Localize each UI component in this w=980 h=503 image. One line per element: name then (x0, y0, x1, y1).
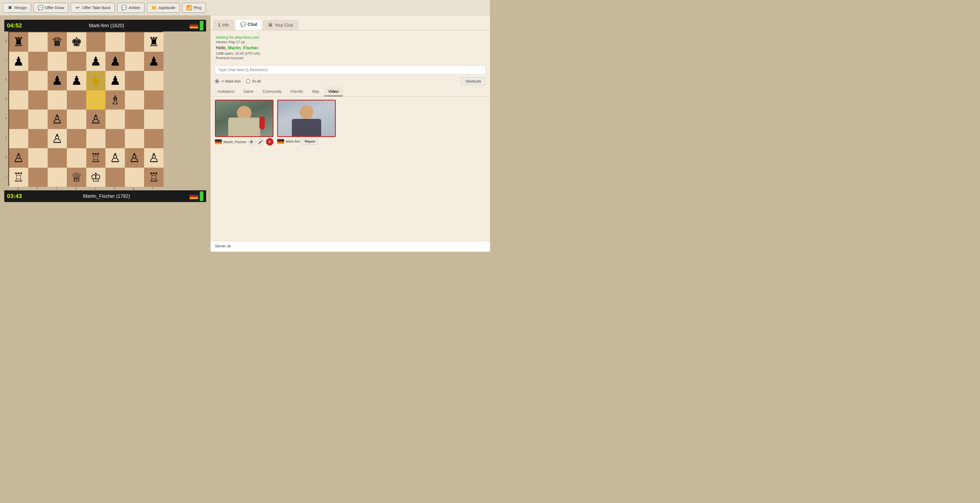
sq-b1[interactable] (28, 168, 48, 187)
sq-h6[interactable] (144, 71, 164, 90)
sq-c8[interactable]: ♛ (48, 32, 67, 52)
offer-takeback-button[interactable]: ↩ Offer Take Back (71, 3, 115, 13)
sq-d8[interactable]: ♚ (67, 32, 86, 52)
sq-b3[interactable] (28, 129, 48, 149)
sq-f6[interactable]: ♟ (105, 71, 125, 90)
sq-a3[interactable] (9, 129, 29, 149)
sq-d6[interactable]: ♟ (67, 71, 86, 90)
sq-c1[interactable] (48, 168, 67, 187)
chess-board[interactable]: ♜ ♛ ♚ ♜ ♟ ♟ ♟ ♟ (8, 32, 163, 186)
sq-b8[interactable] (28, 32, 48, 52)
video-thumb-markfinn (277, 100, 336, 137)
sq-g7[interactable] (125, 52, 144, 71)
sq-d2[interactable] (67, 148, 86, 168)
svg-rect-4 (189, 195, 198, 197)
chat-input[interactable] (215, 65, 486, 74)
camera-settings-button[interactable]: ⚙ (248, 138, 255, 145)
sq-a1[interactable]: ♖ (9, 168, 29, 187)
sq-h3[interactable] (144, 129, 164, 149)
microphone-button[interactable]: 🎤 (257, 138, 264, 145)
sq-e1[interactable]: ♔ (86, 168, 106, 187)
tab-your-club[interactable]: 🏛 Your Club (263, 20, 298, 30)
resign-button[interactable]: ✖ Resign (3, 3, 31, 13)
svg-rect-2 (189, 27, 198, 29)
sq-e2[interactable]: ♖ (86, 148, 106, 168)
sq-e5[interactable] (86, 90, 106, 110)
sq-e3[interactable] (86, 129, 106, 149)
time-indicator-bottom (200, 192, 204, 201)
sq-h5[interactable] (144, 90, 164, 110)
sq-f1[interactable] (105, 168, 125, 187)
shortcuts-button[interactable]: Shortcuts (461, 78, 486, 85)
tab-game[interactable]: Game (239, 87, 258, 96)
account-text: Premium Account. (216, 56, 485, 60)
sq-c4[interactable]: ♙ (48, 110, 67, 129)
tab-friends[interactable]: Friends (286, 87, 307, 96)
sq-a2[interactable]: ♙ (9, 148, 29, 168)
timer-bottom: 03:43 (7, 193, 25, 200)
sq-f5[interactable]: ♗ (105, 90, 125, 110)
sq-b6[interactable] (28, 71, 48, 90)
sq-e7[interactable]: ♟ (86, 52, 106, 71)
tab-community[interactable]: Community (258, 87, 286, 96)
sq-g1[interactable] (125, 168, 144, 187)
tab-info[interactable]: ℹ Info (213, 20, 234, 30)
arbiter-button[interactable]: 💬 Arbiter (117, 3, 145, 13)
sq-c6[interactable]: ♟ (48, 71, 67, 90)
ping-button[interactable]: 📶 Ping (182, 3, 206, 13)
offer-draw-button[interactable]: 💬 Offer Draw (33, 3, 68, 13)
sq-e4[interactable]: ♙ (86, 110, 106, 129)
sq-h8[interactable]: ♜ (144, 32, 164, 52)
radio-to-all-circle[interactable] (246, 79, 250, 83)
sq-h1[interactable]: ♖ (144, 168, 164, 187)
sq-a8[interactable]: ♜ (9, 32, 29, 52)
sq-g6[interactable] (125, 71, 144, 90)
sq-g8[interactable] (125, 32, 144, 52)
radio-to-all[interactable]: To All (246, 79, 261, 83)
applaude-button[interactable]: 👏 Applaude (147, 3, 180, 13)
flag-bottom (189, 193, 198, 199)
sq-d4[interactable] (67, 110, 86, 129)
sq-g2[interactable]: ♙ (125, 148, 144, 168)
sq-b5[interactable] (28, 90, 48, 110)
sq-d5[interactable] (67, 90, 86, 110)
tab-invitations[interactable]: Invitations (213, 87, 239, 96)
sq-c7[interactable] (48, 52, 67, 71)
video-name-markfinn: Mark-finn (286, 139, 300, 144)
sq-a5[interactable] (9, 90, 29, 110)
sq-h7[interactable]: ♟ (144, 52, 164, 71)
sq-a7[interactable]: ♟ (9, 52, 29, 71)
sq-f4[interactable] (105, 110, 125, 129)
disconnect-button[interactable]: ✕ (266, 138, 274, 145)
server-status: Server ok (211, 241, 490, 252)
sq-c5[interactable] (48, 90, 67, 110)
sq-g3[interactable] (125, 129, 144, 149)
sq-d1[interactable]: ♕ (67, 168, 86, 187)
sq-h4[interactable] (144, 110, 164, 129)
sq-b4[interactable] (28, 110, 48, 129)
sq-d3[interactable] (67, 129, 86, 149)
sq-f2[interactable]: ♙ (105, 148, 125, 168)
sq-f7[interactable]: ♟ (105, 52, 125, 71)
tab-chat-label: Chat (248, 22, 257, 27)
sq-a6[interactable] (9, 71, 29, 90)
sq-c2[interactable] (48, 148, 67, 168)
report-button[interactable]: Report (302, 138, 318, 145)
radio-mark-finn[interactable]: -> Mark-finn (215, 79, 241, 83)
tab-video[interactable]: Video (324, 87, 343, 96)
sq-g4[interactable] (125, 110, 144, 129)
sq-b7[interactable] (28, 52, 48, 71)
sq-f3[interactable] (105, 129, 125, 149)
sq-b2[interactable] (28, 148, 48, 168)
tab-chat[interactable]: 💬 Chat (235, 19, 262, 30)
tab-map[interactable]: Map (308, 87, 323, 96)
sq-f8[interactable] (105, 32, 125, 52)
sq-e8[interactable] (86, 32, 106, 52)
sq-d7[interactable] (67, 52, 86, 71)
sq-g5[interactable] (125, 90, 144, 110)
sq-h2[interactable]: ♙ (144, 148, 164, 168)
sq-a4[interactable] (9, 110, 29, 129)
radio-mark-finn-circle[interactable] (215, 79, 219, 83)
sq-c3[interactable]: ♙ (48, 129, 67, 149)
sq-e6[interactable]: ♞ (86, 71, 106, 90)
